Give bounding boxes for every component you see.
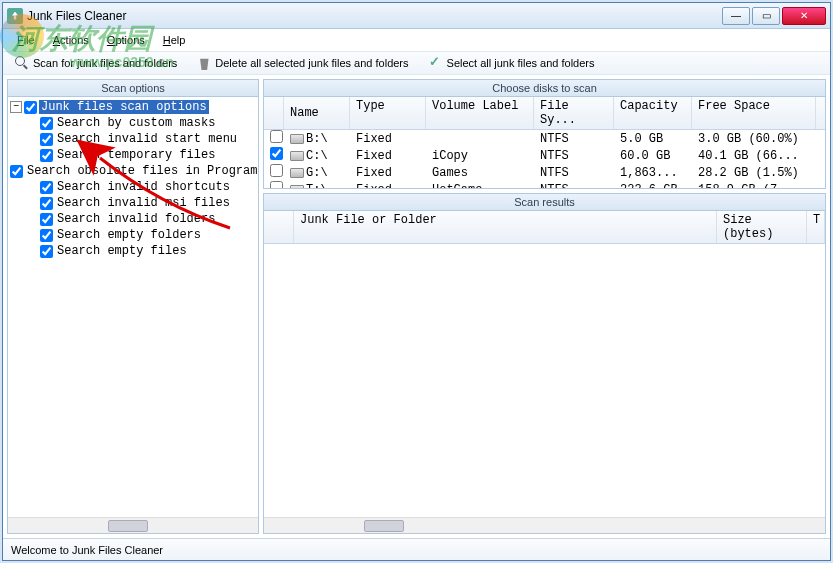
content-area: Scan options − Junk files scan options S…	[3, 75, 830, 538]
tree-item-label: Search empty folders	[55, 228, 203, 242]
options-hscrollbar[interactable]	[8, 517, 258, 533]
tree-root-checkbox[interactable]	[24, 101, 37, 114]
results-panel: Scan results Junk File or Folder Size (b…	[263, 193, 826, 534]
disk-row[interactable]: B:\FixedNTFS5.0 GB3.0 GB (60.0%)	[264, 130, 825, 147]
tree-item-label: Search by custom masks	[55, 116, 217, 130]
tree-item-label: Search invalid msi files	[55, 196, 232, 210]
tree-item-checkbox[interactable]	[40, 197, 53, 210]
disk-type: Fixed	[350, 132, 426, 146]
disk-filesystem: NTFS	[534, 132, 614, 146]
col-results-t[interactable]: T	[807, 211, 825, 243]
tree-item-label: Search invalid shortcuts	[55, 180, 232, 194]
menu-file[interactable]: File	[9, 32, 43, 48]
disk-checkbox[interactable]	[270, 181, 283, 188]
tree-item-label: Search invalid folders	[55, 212, 217, 226]
window-title: Junk Files Cleaner	[27, 9, 722, 23]
col-results-name[interactable]: Junk File or Folder	[294, 211, 717, 243]
col-name[interactable]: Name	[284, 97, 350, 129]
tree-item-checkbox[interactable]	[10, 165, 23, 178]
tree-item[interactable]: Search empty files	[10, 243, 256, 259]
col-results-size[interactable]: Size (bytes)	[717, 211, 807, 243]
statusbar: Welcome to Junk Files Cleaner	[3, 538, 830, 560]
results-title: Scan results	[264, 194, 825, 211]
drive-icon	[290, 168, 304, 178]
disk-name: B:\	[306, 132, 328, 146]
drive-icon	[290, 134, 304, 144]
col-type[interactable]: Type	[350, 97, 426, 129]
tree-item-checkbox[interactable]	[40, 117, 53, 130]
tree-item[interactable]: Search obsolete files in Program	[10, 163, 256, 179]
toolbar: Scan for junk files and folders Delete a…	[3, 51, 830, 75]
col-capacity[interactable]: Capacity	[614, 97, 692, 129]
menubar: File Actions Options Help	[3, 29, 830, 51]
tree-item-checkbox[interactable]	[40, 133, 53, 146]
options-tree: − Junk files scan options Search by cust…	[8, 97, 258, 261]
tree-collapse-icon[interactable]: −	[10, 101, 22, 113]
disk-name: T:\	[306, 183, 328, 189]
tree-item-label: Search empty files	[55, 244, 189, 258]
col-freespace[interactable]: Free Space	[692, 97, 816, 129]
col-filesystem[interactable]: File Sy...	[534, 97, 614, 129]
menu-options[interactable]: Options	[99, 32, 153, 48]
results-hscrollbar[interactable]	[264, 517, 825, 533]
scan-options-title: Scan options	[8, 80, 258, 97]
minimize-button[interactable]: —	[722, 7, 750, 25]
disk-checkbox[interactable]	[270, 164, 283, 177]
disk-name: C:\	[306, 149, 328, 163]
disk-row[interactable]: C:\FixediCopyNTFS60.0 GB40.1 GB (66...	[264, 147, 825, 164]
menu-options-label: ptions	[115, 34, 144, 46]
disks-header: Name Type Volume Label File Sy... Capaci…	[264, 97, 825, 130]
tree-item-label: Search temporary files	[55, 148, 217, 162]
check-icon	[429, 56, 443, 70]
delete-label: Delete all selected junk files and folde…	[215, 57, 408, 69]
tree-item[interactable]: Search invalid folders	[10, 211, 256, 227]
disk-filesystem: NTFS	[534, 149, 614, 163]
titlebar[interactable]: Junk Files Cleaner — ▭ ✕	[3, 3, 830, 29]
tree-item[interactable]: Search invalid start menu	[10, 131, 256, 147]
tree-item-checkbox[interactable]	[40, 181, 53, 194]
disk-volume: iCopy	[426, 149, 534, 163]
disk-checkbox[interactable]	[270, 130, 283, 143]
menu-actions-label: ctions	[60, 34, 89, 46]
disk-capacity: 223.6 GB	[614, 183, 692, 189]
tree-item[interactable]: Search by custom masks	[10, 115, 256, 131]
maximize-button[interactable]: ▭	[752, 7, 780, 25]
disk-row[interactable]: T:\FixedHotGameNTFS223.6 GB158.9 GB (7..…	[264, 181, 825, 188]
disk-type: Fixed	[350, 149, 426, 163]
scan-button[interactable]: Scan for junk files and folders	[11, 54, 181, 72]
scan-label: Scan for junk files and folders	[33, 57, 177, 69]
disk-checkbox[interactable]	[270, 147, 283, 160]
tree-item[interactable]: Search invalid shortcuts	[10, 179, 256, 195]
tree-item[interactable]: Search temporary files	[10, 147, 256, 163]
disk-freespace: 158.9 GB (7...	[692, 183, 816, 189]
disk-capacity: 1,863...	[614, 166, 692, 180]
tree-item[interactable]: Search invalid msi files	[10, 195, 256, 211]
trash-icon	[197, 56, 211, 70]
menu-help[interactable]: Help	[155, 32, 194, 48]
scan-options-body: − Junk files scan options Search by cust…	[8, 97, 258, 517]
tree-root-label[interactable]: Junk files scan options	[39, 100, 209, 114]
close-button[interactable]: ✕	[782, 7, 826, 25]
tree-item-checkbox[interactable]	[40, 213, 53, 226]
menu-actions[interactable]: Actions	[45, 32, 97, 48]
col-results-check[interactable]	[264, 211, 294, 243]
select-all-button[interactable]: Select all junk files and folders	[425, 54, 599, 72]
disk-freespace: 40.1 GB (66...	[692, 149, 816, 163]
app-icon	[7, 8, 23, 24]
search-icon	[15, 56, 29, 70]
drive-icon	[290, 151, 304, 161]
tree-root[interactable]: − Junk files scan options	[10, 99, 256, 115]
disk-type: Fixed	[350, 166, 426, 180]
disk-row[interactable]: G:\FixedGamesNTFS1,863...28.2 GB (1.5%)	[264, 164, 825, 181]
tree-item-checkbox[interactable]	[40, 229, 53, 242]
col-volume[interactable]: Volume Label	[426, 97, 534, 129]
col-check[interactable]	[264, 97, 284, 129]
tree-item-label: Search invalid start menu	[55, 132, 239, 146]
disk-type: Fixed	[350, 183, 426, 189]
tree-item[interactable]: Search empty folders	[10, 227, 256, 243]
delete-button[interactable]: Delete all selected junk files and folde…	[193, 54, 412, 72]
tree-item-checkbox[interactable]	[40, 245, 53, 258]
tree-item-checkbox[interactable]	[40, 149, 53, 162]
menu-help-label: elp	[171, 34, 186, 46]
disks-title: Choose disks to scan	[264, 80, 825, 97]
